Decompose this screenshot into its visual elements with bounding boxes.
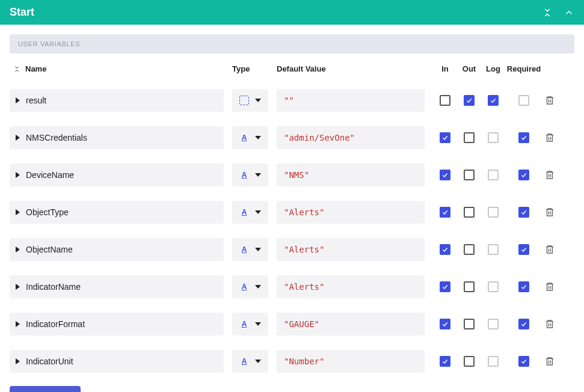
expand-icon[interactable] bbox=[16, 135, 20, 141]
variable-default-value[interactable]: "Alerts" bbox=[277, 201, 425, 224]
trash-icon bbox=[544, 356, 555, 367]
variable-name-field[interactable]: NMSCredentials bbox=[10, 126, 224, 149]
variable-default-value[interactable]: "GAUGE" bbox=[277, 313, 425, 335]
expand-icon[interactable] bbox=[16, 97, 20, 103]
variable-type-select[interactable] bbox=[232, 89, 268, 112]
default-value-text: "GAUGE" bbox=[284, 319, 319, 329]
chevron-down-icon bbox=[255, 210, 261, 214]
variable-name-text: IndicatorUnit bbox=[26, 357, 73, 366]
required-checkbox[interactable] bbox=[518, 132, 529, 143]
sort-icon bbox=[13, 66, 20, 73]
variable-type-select[interactable]: A bbox=[232, 350, 268, 373]
variable-default-value[interactable]: "admin/SevOne" bbox=[277, 126, 425, 149]
out-checkbox[interactable] bbox=[464, 281, 475, 292]
variable-name-field[interactable]: ObjectName bbox=[10, 238, 224, 261]
chevron-down-icon bbox=[255, 322, 261, 326]
variable-type-select[interactable]: A bbox=[232, 126, 268, 149]
column-header-name[interactable]: Name bbox=[10, 64, 232, 73]
in-checkbox[interactable] bbox=[440, 244, 450, 255]
panel-title: Start bbox=[10, 6, 34, 19]
default-value-text: "admin/SevOne" bbox=[284, 133, 355, 142]
chevron-up-icon[interactable] bbox=[564, 7, 574, 18]
variable-default-value[interactable]: "" bbox=[277, 89, 425, 112]
chevron-down-icon bbox=[255, 136, 261, 139]
out-checkbox[interactable] bbox=[464, 95, 475, 106]
expand-icon[interactable] bbox=[16, 284, 20, 290]
variable-type-select[interactable]: A bbox=[232, 238, 268, 261]
variable-name-field[interactable]: IndicatorUnit bbox=[10, 350, 224, 373]
required-checkbox[interactable] bbox=[518, 207, 529, 218]
required-checkbox[interactable] bbox=[518, 356, 529, 367]
variable-default-value[interactable]: "NMS" bbox=[277, 164, 425, 186]
panel-header: Start bbox=[0, 0, 584, 25]
expand-icon[interactable] bbox=[16, 358, 20, 364]
expand-icon[interactable] bbox=[16, 172, 20, 178]
out-checkbox[interactable] bbox=[464, 207, 475, 218]
required-checkbox[interactable] bbox=[518, 281, 529, 292]
delete-variable-button[interactable] bbox=[543, 319, 557, 329]
default-value-text: "NMS" bbox=[284, 170, 309, 180]
out-checkbox[interactable] bbox=[464, 132, 475, 143]
trash-icon bbox=[544, 95, 555, 106]
variable-name-text: ObjectName bbox=[26, 245, 73, 254]
delete-variable-button[interactable] bbox=[543, 356, 557, 367]
log-checkbox bbox=[488, 170, 499, 180]
column-header-type: Type bbox=[232, 64, 277, 73]
variable-name-field[interactable]: DeviceName bbox=[10, 164, 224, 186]
in-checkbox[interactable] bbox=[440, 95, 450, 106]
variable-default-value[interactable]: "Alerts" bbox=[277, 238, 425, 261]
delete-variable-button[interactable] bbox=[543, 207, 557, 218]
variable-name-text: result bbox=[26, 96, 46, 105]
log-checkbox bbox=[488, 281, 499, 292]
variable-type-select[interactable]: A bbox=[232, 313, 268, 335]
add-variable-button[interactable]: + Add Variable bbox=[10, 386, 81, 392]
variable-row: IndicatorName A "Alerts" bbox=[10, 268, 574, 305]
expand-icon[interactable] bbox=[16, 247, 20, 253]
in-checkbox[interactable] bbox=[440, 281, 450, 292]
in-checkbox[interactable] bbox=[440, 356, 450, 367]
chevron-down-icon bbox=[255, 173, 261, 177]
delete-variable-button[interactable] bbox=[543, 244, 557, 255]
delete-variable-button[interactable] bbox=[543, 281, 557, 292]
variable-default-value[interactable]: "Number" bbox=[277, 350, 425, 373]
log-checkbox[interactable] bbox=[488, 95, 499, 106]
default-value-text: "Alerts" bbox=[284, 207, 324, 217]
required-checkbox[interactable] bbox=[518, 319, 529, 329]
variable-type-select[interactable]: A bbox=[232, 275, 268, 298]
user-variables-section-label: USER VARIABLES bbox=[10, 34, 574, 54]
variable-row: IndicatorFormat A "GAUGE" bbox=[10, 305, 574, 343]
expand-icon[interactable] bbox=[16, 321, 20, 327]
in-checkbox[interactable] bbox=[440, 319, 450, 329]
delete-variable-button[interactable] bbox=[543, 132, 557, 143]
chevron-down-icon bbox=[255, 99, 261, 102]
column-header-out: Out bbox=[457, 64, 481, 73]
variable-type-select[interactable]: A bbox=[232, 164, 268, 186]
variable-name-text: IndicatorName bbox=[26, 282, 81, 292]
delete-variable-button[interactable] bbox=[543, 95, 557, 106]
variable-name-field[interactable]: result bbox=[10, 89, 224, 112]
column-header-default: Default Value bbox=[277, 64, 433, 73]
out-checkbox[interactable] bbox=[464, 244, 475, 255]
variable-default-value[interactable]: "Alerts" bbox=[277, 275, 425, 298]
variable-name-field[interactable]: ObjectType bbox=[10, 201, 224, 224]
variable-name-field[interactable]: IndicatorName bbox=[10, 275, 224, 298]
expand-icon[interactable] bbox=[16, 209, 20, 215]
variable-row: DeviceName A "NMS" bbox=[10, 156, 574, 194]
trash-icon bbox=[544, 170, 555, 180]
variable-type-select[interactable]: A bbox=[232, 201, 268, 224]
in-checkbox[interactable] bbox=[440, 170, 450, 180]
trash-icon bbox=[544, 244, 555, 255]
in-checkbox[interactable] bbox=[440, 207, 450, 218]
out-checkbox[interactable] bbox=[464, 356, 475, 367]
column-header-log: Log bbox=[481, 64, 505, 73]
variable-row: result "" bbox=[10, 82, 574, 119]
delete-variable-button[interactable] bbox=[543, 170, 557, 180]
chevron-down-icon bbox=[255, 248, 261, 251]
required-checkbox[interactable] bbox=[518, 170, 529, 180]
out-checkbox[interactable] bbox=[464, 170, 475, 180]
out-checkbox[interactable] bbox=[464, 319, 475, 329]
collapse-vertical-icon[interactable] bbox=[542, 7, 553, 18]
required-checkbox[interactable] bbox=[518, 244, 529, 255]
in-checkbox[interactable] bbox=[440, 132, 450, 143]
variable-name-field[interactable]: IndicatorFormat bbox=[10, 313, 224, 335]
